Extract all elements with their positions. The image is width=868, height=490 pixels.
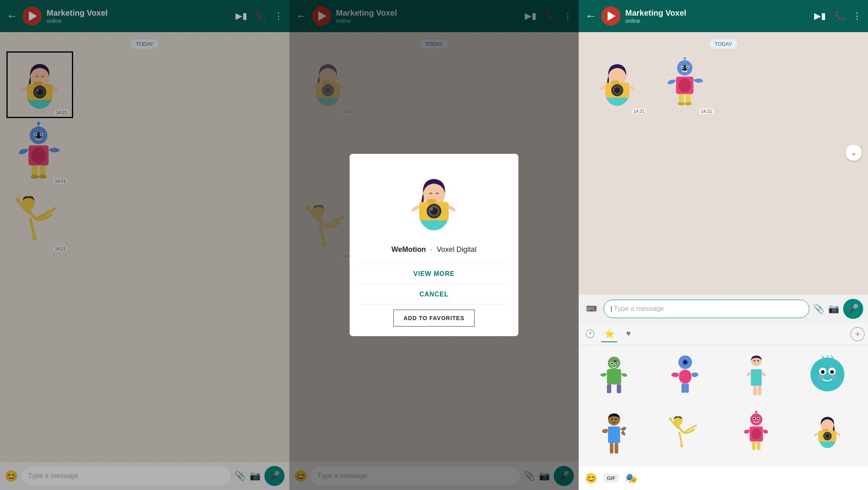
sticker-camera-girl bbox=[585, 51, 649, 116]
svg-rect-66 bbox=[607, 369, 621, 384]
recent-stickers-tab[interactable]: 🕐 bbox=[582, 326, 598, 342]
cancel-button[interactable]: CANCEL bbox=[359, 284, 509, 304]
robot-sticker-svg bbox=[12, 123, 65, 184]
favorite-stickers-tab[interactable]: ⭐ bbox=[601, 326, 617, 342]
attach-button[interactable]: 📎 bbox=[813, 304, 824, 314]
sticker-bubble[interactable]: 14:21 bbox=[585, 51, 649, 116]
back-button[interactable]: ← bbox=[585, 10, 596, 22]
add-to-favorites-button[interactable]: ADD TO FAVORITES bbox=[393, 310, 475, 327]
header-actions: ▶▮ 📞 ⋮ bbox=[235, 11, 283, 21]
sticker-svg bbox=[12, 57, 68, 113]
middle-panel: ← Marketing Voxel online ▶▮ 📞 ⋮ TODAY bbox=[289, 0, 579, 490]
chat-background: TODAY bbox=[579, 32, 868, 295]
add-stickers-button[interactable]: + bbox=[850, 327, 865, 341]
svg-rect-110 bbox=[752, 441, 756, 450]
yoga-gold2-sticker-svg bbox=[665, 410, 705, 459]
emoji-button[interactable]: 😊 bbox=[5, 470, 18, 482]
emoji-tab-icon[interactable]: 😊 bbox=[585, 473, 597, 484]
sticker-camera-girl bbox=[8, 53, 72, 117]
online-status: online bbox=[47, 18, 231, 24]
play-icon bbox=[608, 11, 616, 21]
svg-point-49 bbox=[614, 87, 620, 93]
svg-rect-101 bbox=[615, 443, 618, 453]
message-input-field[interactable]: Type a message bbox=[22, 467, 231, 485]
sticker-robot bbox=[6, 121, 71, 186]
sticker-bubble[interactable]: 14:21 bbox=[6, 189, 71, 253]
view-more-button[interactable]: VIEW MORE bbox=[359, 264, 509, 284]
message-time: 14:21 bbox=[632, 108, 646, 114]
message-row: 14:21 bbox=[6, 189, 283, 253]
svg-rect-74 bbox=[607, 384, 611, 393]
svg-marker-94 bbox=[826, 354, 829, 357]
online-status: online bbox=[625, 18, 809, 24]
sticker-item[interactable] bbox=[724, 406, 788, 463]
attach-button[interactable]: 📎 bbox=[235, 471, 246, 481]
svg-point-64 bbox=[682, 67, 683, 68]
header-info: Marketing Voxel online bbox=[625, 8, 809, 24]
left-panel: ← Marketing Voxel online ▶▮ 📞 ⋮ TODAY bbox=[0, 0, 289, 490]
right-panel: ← Marketing Voxel online ▶▮ 📞 ⋮ TODAY bbox=[579, 0, 868, 490]
more-options-icon[interactable]: ⋮ bbox=[853, 11, 862, 21]
more-options-icon[interactable]: ⋮ bbox=[274, 11, 283, 21]
date-badge: TODAY bbox=[6, 40, 283, 47]
svg-point-18 bbox=[39, 175, 47, 179]
sticker-bubble-selected[interactable]: 14:21 bbox=[6, 51, 73, 118]
video-call-icon[interactable]: ▶▮ bbox=[235, 11, 247, 21]
gif-tab-button[interactable]: GIF bbox=[604, 474, 619, 483]
sticker-item[interactable] bbox=[582, 349, 646, 405]
svg-point-109 bbox=[751, 429, 761, 439]
keyboard-button[interactable]: ⌨ bbox=[583, 301, 600, 317]
avatar bbox=[23, 6, 42, 26]
mic-icon: 🎤 bbox=[848, 304, 859, 314]
boy-peace-sticker-svg bbox=[596, 410, 632, 459]
sticker-item[interactable] bbox=[795, 406, 860, 463]
svg-point-17 bbox=[31, 175, 39, 179]
sticker-pack-modal: WeMotion · Voxel Digital VIEW MORE CANCE… bbox=[350, 154, 518, 336]
svg-point-91 bbox=[821, 370, 825, 374]
header-info: Marketing Voxel online bbox=[47, 8, 231, 24]
svg-rect-84 bbox=[753, 386, 757, 396]
svg-point-42 bbox=[430, 208, 433, 211]
svg-rect-80 bbox=[682, 384, 685, 393]
play-icon bbox=[29, 11, 37, 21]
sticker-item[interactable] bbox=[795, 349, 860, 405]
modal-sticker-preview bbox=[398, 167, 470, 239]
svg-point-123 bbox=[826, 434, 829, 438]
scroll-down-button[interactable]: ⌄ bbox=[845, 145, 862, 161]
message-time: 14:21 bbox=[54, 110, 69, 115]
sticker-bubble[interactable]: 14:21 bbox=[6, 121, 71, 186]
heart-stickers-tab[interactable]: ♥ bbox=[620, 326, 637, 342]
robot-small-svg bbox=[661, 57, 709, 110]
sticker-item[interactable] bbox=[582, 406, 646, 463]
blue-figure-sticker-svg bbox=[665, 353, 705, 401]
camera-button[interactable]: 📷 bbox=[250, 471, 260, 481]
message-input-field[interactable]: | Type a message bbox=[604, 300, 809, 318]
sticker-bubble[interactable]: 14:21 bbox=[653, 51, 717, 116]
svg-rect-81 bbox=[685, 384, 689, 393]
svg-rect-85 bbox=[758, 386, 762, 396]
sticker-row: 14:21 bbox=[585, 51, 862, 116]
sticker-tab-icon[interactable]: 🎭 bbox=[625, 473, 637, 484]
camera-button[interactable]: 📷 bbox=[828, 304, 839, 314]
phone-icon[interactable]: 📞 bbox=[834, 11, 845, 21]
sticker-yoga bbox=[6, 189, 71, 253]
sticker-item[interactable] bbox=[724, 349, 788, 405]
divider bbox=[359, 304, 509, 305]
svg-rect-124 bbox=[823, 429, 829, 432]
back-button[interactable]: ← bbox=[6, 10, 18, 22]
svg-point-14 bbox=[31, 147, 46, 163]
svg-point-25 bbox=[32, 236, 37, 241]
svg-rect-50 bbox=[612, 81, 619, 84]
svg-point-72 bbox=[611, 363, 613, 365]
sticker-item[interactable] bbox=[653, 349, 717, 405]
phone-icon[interactable]: 📞 bbox=[255, 11, 266, 21]
mic-button[interactable]: 🎤 bbox=[843, 299, 863, 319]
video-call-icon[interactable]: ▶▮ bbox=[814, 11, 826, 21]
avatar bbox=[601, 6, 620, 26]
message-time: 14:21 bbox=[53, 246, 68, 251]
svg-point-115 bbox=[757, 418, 760, 420]
modal-overlay[interactable]: WeMotion · Voxel Digital VIEW MORE CANCE… bbox=[289, 0, 579, 490]
mic-button[interactable]: 🎤 bbox=[264, 466, 285, 486]
sticker-item[interactable] bbox=[653, 406, 717, 463]
svg-point-102 bbox=[611, 419, 613, 421]
